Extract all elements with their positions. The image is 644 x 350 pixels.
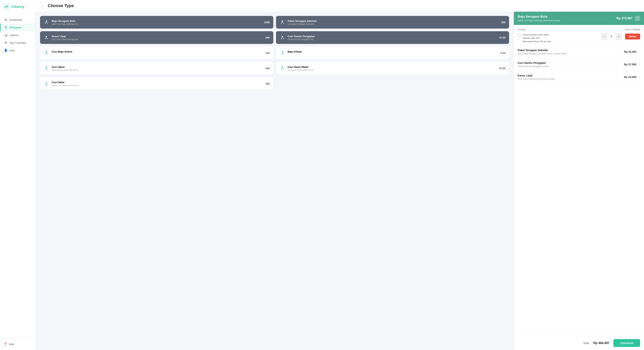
laporan-icon: 📊 (4, 33, 8, 37)
order-item-info: Paket Seragam Sekolah cuci paket seragam… (518, 49, 624, 55)
checkout-button[interactable]: Checkout (613, 339, 640, 347)
sidebar-item-laporan[interactable]: 📊 Laporan (0, 31, 35, 39)
chevron-down-icon[interactable]: › (639, 50, 640, 54)
type-card-name: Paket Seragam Sekolah (288, 20, 499, 22)
sidebar-item-dashboard[interactable]: ⊞ Dashboard (0, 16, 35, 24)
total-label: Total: (583, 342, 590, 345)
type-card-info: Cuci Sprei Sprei kasur tebel atau tipis … (52, 66, 263, 71)
ironing-label: Ironing (518, 28, 525, 31)
type-card-kasur-lipat[interactable]: Kasur Lipat Cuci Kasur lipat kecil gk be… (40, 31, 273, 44)
qty-input[interactable] (607, 33, 616, 40)
qty-decrease-button[interactable]: − (601, 33, 607, 40)
type-card-info: Cuci Gaun Nikah cuci gaun nikah cewe kan… (288, 66, 497, 71)
qty-controls: − + (601, 33, 622, 40)
type-card-icon (43, 80, 50, 87)
type-card-icon (43, 19, 50, 25)
type-card-name: Cuci Gaun Nikah (288, 66, 497, 68)
type-card-price: 20K (266, 36, 270, 39)
type-card-cuci-gamis-pengajian[interactable]: Cuci Gamis Pengajian Gamis ibu ibu penga… (276, 31, 509, 44)
type-card-desc: Gamis ibu ibu pengajian bia... (288, 38, 497, 40)
type-card-name: Baju Kiloan (288, 50, 498, 53)
type-card-desc: Cuci Kasur lipat kecil gk bes... (52, 38, 263, 40)
type-card-baju-seragam-bola[interactable]: Baju Seragam Bola paket cuci baju olahra… (40, 16, 273, 28)
sidebar: Cleansy ⊞ Dashboard ☰ Pekerjaan 📊 Lapora… (0, 0, 36, 350)
sidebar-item-pekerjaan[interactable]: ☰ Pekerjaan (0, 24, 35, 31)
svg-rect-0 (3, 4, 10, 10)
type-card-price: 125K (264, 21, 270, 24)
type-card-desc: cuci paket seragam sekolah... (288, 23, 499, 25)
type-card-info: Baju Kiloan - (288, 50, 498, 56)
ironing-checkbox[interactable] (518, 34, 521, 36)
svg-point-8 (282, 36, 283, 37)
type-card-baju-kiloan[interactable]: Baju Kiloan - 8.5K (276, 46, 509, 59)
type-card-cuci-baju-gamis[interactable]: Cuci Baju Gamis - 12K (40, 46, 273, 59)
type-card-price: 42K (266, 67, 270, 70)
order-item-name: Cuci Gamis Pengajian (518, 61, 624, 64)
cleansy-logo-icon (3, 4, 10, 10)
total-amount: Rp 464.497 (594, 341, 610, 345)
type-card-desc: - (288, 54, 498, 56)
chevron-down-icon[interactable]: › (639, 63, 640, 66)
dashboard-icon: ⊞ (4, 18, 8, 22)
sidebar-item-user[interactable]: 👤 User (0, 46, 35, 54)
chevron-down-icon[interactable]: › (639, 75, 640, 79)
type-card-cuci-gaun-nikah[interactable]: Cuci Gaun Nikah cuci gaun nikah cewe kan… (276, 62, 509, 74)
selected-item-info: Baju Seragam Bola paket cuci baju olahra… (518, 15, 616, 22)
svg-point-4 (282, 20, 283, 22)
order-item-desc: cuci paket seragam sekolah senin sampai … (518, 52, 624, 55)
type-card-cuci-sprei[interactable]: Cuci Sprei Sprei kasur tebel atau tipis … (40, 62, 273, 74)
svg-point-14 (46, 66, 47, 68)
order-item-desc: Gamis ibu ibu pengajian biasa (518, 65, 624, 68)
type-card-desc: Paket cuci helm mencuci he... (52, 84, 263, 86)
type-card-price: 32K (266, 82, 270, 85)
type-card-paket-seragam-sekolah[interactable]: Paket Seragam Sekolah cuci paket seragam… (276, 16, 509, 28)
type-card-price: 32K (501, 21, 506, 24)
type-card-icon (279, 50, 286, 56)
app-name: Cleansy (11, 5, 24, 9)
type-card-icon (279, 19, 286, 25)
order-item-price: Rp 20.000 (624, 76, 636, 78)
right-panel: Baju Seragam Bola paket cuci baju olahra… (514, 12, 644, 350)
type-card-price: 52.5K (499, 67, 506, 70)
sidebar-item-help[interactable]: ❓ Help (4, 341, 32, 347)
type-card-name: Cuci Baju Gamis (52, 50, 263, 53)
ironing-labels-row: Ironing Unit or Weight (518, 28, 640, 31)
type-card-info: Cuci Baju Gamis - (52, 50, 263, 56)
type-card-info: Cuci Gamis Pengajian Gamis ibu ibu penga… (288, 35, 497, 40)
svg-point-12 (282, 51, 283, 52)
ironing-note: Hanya berlaku untuk paket pakaian atau k… (523, 33, 551, 43)
svg-point-16 (282, 66, 283, 68)
sidebar-item-tipe-transaksi[interactable]: ⚙ Tipe Transaksi (0, 39, 35, 46)
order-item-desc: Cuci Kasur lipat kecil gk besar besar (518, 78, 624, 80)
type-card-info: Cuci Helm Paket cuci helm mencuci he... (52, 81, 263, 86)
ironing-section: Ironing Unit or Weight Hanya berlaku unt… (514, 25, 644, 46)
qty-increase-button[interactable]: + (616, 33, 622, 40)
svg-point-18 (46, 82, 47, 83)
sidebar-footer: ❓ Help (0, 338, 35, 350)
sidebar-logo: Cleansy (0, 0, 35, 14)
type-card-desc: Sprei kasur tebel atau tipis b... (52, 69, 263, 71)
delete-button[interactable]: Delete (625, 34, 640, 40)
order-item[interactable]: Paket Seragam Sekolah cuci paket seragam… (518, 46, 640, 58)
back-button[interactable]: ‹ (40, 3, 46, 8)
type-grid: Baju Seragam Bola paket cuci baju olahra… (40, 16, 509, 90)
type-card-cuci-helm[interactable]: Cuci Helm Paket cuci helm mencuci he... … (40, 77, 273, 90)
order-item-price: Rp 32.000 (624, 50, 636, 53)
svg-point-2 (46, 20, 47, 22)
selected-item-desc: paket cuci baju olahraga berbahan jersey (518, 19, 616, 22)
user-icon: 👤 (4, 49, 8, 52)
order-item[interactable]: Kasur Lipat Cuci Kasur lipat kecil gk be… (518, 71, 640, 84)
sidebar-item-label-pekerjaan: Pekerjaan (10, 26, 22, 29)
selected-item-price: Rp 374.997 (616, 17, 632, 20)
order-item-info: Cuci Gamis Pengajian Gamis ibu ibu penga… (518, 61, 624, 68)
selected-item-name: Baju Seragam Bola (518, 15, 616, 18)
selected-item-toggle[interactable]: ⌃ (635, 16, 640, 21)
type-card-name: Baju Seragam Bola (52, 20, 262, 22)
type-card-name: Cuci Sprei (52, 66, 263, 68)
ironing-body: Hanya berlaku untuk paket pakaian atau k… (518, 33, 640, 43)
order-item[interactable]: Cuci Gamis Pengajian Gamis ibu ibu penga… (518, 58, 640, 71)
pekerjaan-icon: ☰ (4, 26, 8, 29)
sidebar-item-label-laporan: Laporan (10, 34, 19, 36)
order-list: Paket Seragam Sekolah cuci paket seragam… (514, 46, 644, 336)
main-content: ‹ Choose Type Baju Seragam Bola paket cu… (36, 0, 644, 350)
